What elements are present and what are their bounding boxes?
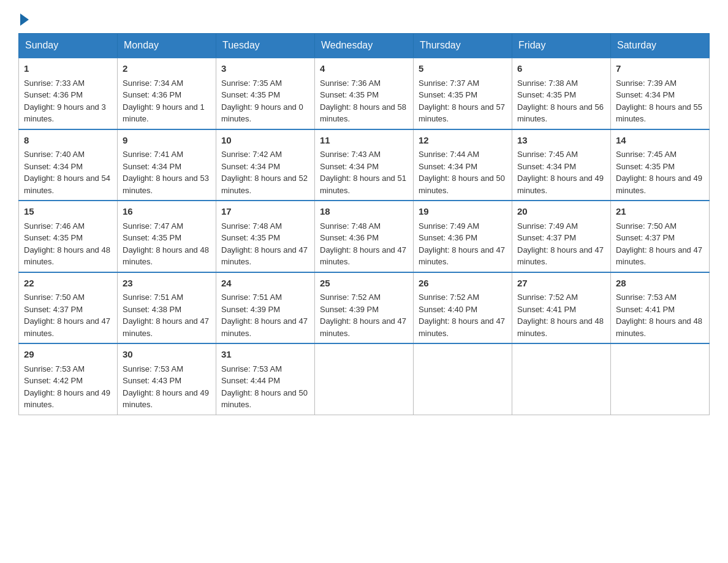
calendar-cell: 19 Sunrise: 7:49 AM Sunset: 4:36 PM Dayl… [414, 201, 512, 272]
calendar-cell [512, 343, 611, 415]
calendar-cell: 9 Sunrise: 7:41 AM Sunset: 4:34 PM Dayli… [118, 129, 216, 201]
calendar-cell: 6 Sunrise: 7:38 AM Sunset: 4:35 PM Dayli… [512, 58, 611, 129]
calendar-week-row-5: 29 Sunrise: 7:53 AM Sunset: 4:42 PM Dayl… [19, 343, 710, 415]
day-number: 5 [419, 62, 507, 76]
calendar-table: SundayMondayTuesdayWednesdayThursdayFrid… [18, 33, 710, 415]
sunrise-label: Sunrise: 7:40 AM [24, 150, 85, 159]
daylight-label: Daylight: 8 hours and 47 minutes. [221, 316, 308, 338]
calendar-cell: 18 Sunrise: 7:48 AM Sunset: 4:36 PM Dayl… [315, 201, 414, 272]
column-header-friday: Friday [512, 34, 611, 58]
daylight-label: Daylight: 8 hours and 51 minutes. [320, 174, 406, 195]
sunset-label: Sunset: 4:42 PM [24, 376, 83, 385]
sunrise-label: Sunrise: 7:52 AM [419, 293, 479, 302]
daylight-label: Daylight: 8 hours and 47 minutes. [320, 245, 406, 267]
column-header-sunday: Sunday [19, 34, 118, 58]
logo-arrow-icon [20, 13, 29, 26]
day-number: 6 [517, 62, 605, 76]
sunset-label: Sunset: 4:40 PM [419, 305, 477, 314]
calendar-cell: 21 Sunrise: 7:50 AM Sunset: 4:37 PM Dayl… [611, 201, 710, 272]
day-number: 25 [320, 277, 408, 291]
calendar-cell: 12 Sunrise: 7:44 AM Sunset: 4:34 PM Dayl… [414, 129, 512, 201]
sunset-label: Sunset: 4:36 PM [123, 90, 181, 99]
day-number: 18 [320, 205, 408, 219]
sunrise-label: Sunrise: 7:49 AM [419, 221, 479, 231]
day-number: 19 [419, 205, 507, 219]
sunrise-label: Sunrise: 7:48 AM [221, 221, 282, 231]
daylight-label: Daylight: 8 hours and 47 minutes. [24, 316, 110, 338]
calendar-cell: 26 Sunrise: 7:52 AM Sunset: 4:40 PM Dayl… [414, 272, 512, 344]
sunset-label: Sunset: 4:36 PM [419, 233, 477, 242]
sunrise-label: Sunrise: 7:36 AM [320, 79, 381, 88]
sunset-label: Sunset: 4:34 PM [320, 162, 379, 171]
day-number: 3 [221, 62, 309, 76]
calendar-cell: 14 Sunrise: 7:45 AM Sunset: 4:35 PM Dayl… [611, 129, 710, 201]
column-header-wednesday: Wednesday [315, 34, 414, 58]
sunrise-label: Sunrise: 7:52 AM [517, 293, 578, 302]
column-header-thursday: Thursday [414, 34, 512, 58]
day-number: 15 [24, 205, 112, 219]
sunrise-label: Sunrise: 7:41 AM [123, 150, 183, 159]
daylight-label: Daylight: 8 hours and 49 minutes. [517, 174, 604, 195]
day-number: 17 [221, 205, 309, 219]
logo-top [18, 12, 29, 26]
sunset-label: Sunset: 4:35 PM [123, 233, 181, 242]
daylight-label: Daylight: 8 hours and 48 minutes. [123, 245, 209, 267]
day-number: 24 [221, 277, 309, 291]
sunset-label: Sunset: 4:37 PM [517, 233, 576, 242]
calendar-cell: 24 Sunrise: 7:51 AM Sunset: 4:39 PM Dayl… [216, 272, 315, 344]
page-header [18, 12, 710, 23]
daylight-label: Daylight: 8 hours and 54 minutes. [24, 174, 110, 195]
daylight-label: Daylight: 8 hours and 47 minutes. [320, 316, 406, 338]
daylight-label: Daylight: 9 hours and 0 minutes. [221, 102, 303, 124]
day-number: 8 [24, 134, 112, 148]
sunset-label: Sunset: 4:34 PM [616, 90, 675, 99]
day-number: 14 [616, 134, 704, 148]
sunset-label: Sunset: 4:34 PM [517, 162, 576, 171]
sunrise-label: Sunrise: 7:43 AM [320, 150, 381, 159]
daylight-label: Daylight: 8 hours and 48 minutes. [616, 316, 702, 338]
sunset-label: Sunset: 4:41 PM [616, 305, 675, 314]
calendar-cell: 30 Sunrise: 7:53 AM Sunset: 4:43 PM Dayl… [118, 343, 216, 415]
sunset-label: Sunset: 4:34 PM [419, 162, 477, 171]
sunset-label: Sunset: 4:37 PM [616, 233, 675, 242]
sunset-label: Sunset: 4:36 PM [320, 233, 379, 242]
day-number: 29 [24, 348, 112, 362]
daylight-label: Daylight: 8 hours and 55 minutes. [616, 102, 702, 124]
sunset-label: Sunset: 4:43 PM [123, 376, 181, 385]
calendar-cell: 25 Sunrise: 7:52 AM Sunset: 4:39 PM Dayl… [315, 272, 414, 344]
daylight-label: Daylight: 9 hours and 1 minute. [123, 102, 205, 124]
sunset-label: Sunset: 4:35 PM [320, 90, 379, 99]
calendar-cell: 15 Sunrise: 7:46 AM Sunset: 4:35 PM Dayl… [19, 201, 118, 272]
calendar-header-row: SundayMondayTuesdayWednesdayThursdayFrid… [19, 34, 710, 58]
daylight-label: Daylight: 8 hours and 57 minutes. [419, 102, 505, 124]
sunrise-label: Sunrise: 7:51 AM [221, 293, 282, 302]
calendar-cell: 11 Sunrise: 7:43 AM Sunset: 4:34 PM Dayl… [315, 129, 414, 201]
calendar-cell: 7 Sunrise: 7:39 AM Sunset: 4:34 PM Dayli… [611, 58, 710, 129]
column-header-tuesday: Tuesday [216, 34, 315, 58]
day-number: 2 [123, 62, 211, 76]
column-header-monday: Monday [118, 34, 216, 58]
calendar-week-row-3: 15 Sunrise: 7:46 AM Sunset: 4:35 PM Dayl… [19, 201, 710, 272]
sunrise-label: Sunrise: 7:44 AM [419, 150, 479, 159]
calendar-cell: 23 Sunrise: 7:51 AM Sunset: 4:38 PM Dayl… [118, 272, 216, 344]
sunset-label: Sunset: 4:35 PM [221, 233, 280, 242]
calendar-cell: 13 Sunrise: 7:45 AM Sunset: 4:34 PM Dayl… [512, 129, 611, 201]
sunset-label: Sunset: 4:38 PM [123, 305, 181, 314]
sunrise-label: Sunrise: 7:45 AM [616, 150, 677, 159]
sunrise-label: Sunrise: 7:50 AM [616, 221, 677, 231]
sunset-label: Sunset: 4:39 PM [221, 305, 280, 314]
calendar-cell: 31 Sunrise: 7:53 AM Sunset: 4:44 PM Dayl… [216, 343, 315, 415]
daylight-label: Daylight: 8 hours and 47 minutes. [221, 245, 308, 267]
sunrise-label: Sunrise: 7:33 AM [24, 79, 85, 88]
calendar-cell: 17 Sunrise: 7:48 AM Sunset: 4:35 PM Dayl… [216, 201, 315, 272]
logo [18, 12, 29, 23]
calendar-cell: 1 Sunrise: 7:33 AM Sunset: 4:36 PM Dayli… [19, 58, 118, 129]
calendar-week-row-1: 1 Sunrise: 7:33 AM Sunset: 4:36 PM Dayli… [19, 58, 710, 129]
calendar-cell [414, 343, 512, 415]
daylight-label: Daylight: 8 hours and 47 minutes. [123, 316, 209, 338]
daylight-label: Daylight: 8 hours and 49 minutes. [616, 174, 702, 195]
sunrise-label: Sunrise: 7:42 AM [221, 150, 282, 159]
calendar-cell [315, 343, 414, 415]
calendar-cell: 4 Sunrise: 7:36 AM Sunset: 4:35 PM Dayli… [315, 58, 414, 129]
day-number: 9 [123, 134, 211, 148]
